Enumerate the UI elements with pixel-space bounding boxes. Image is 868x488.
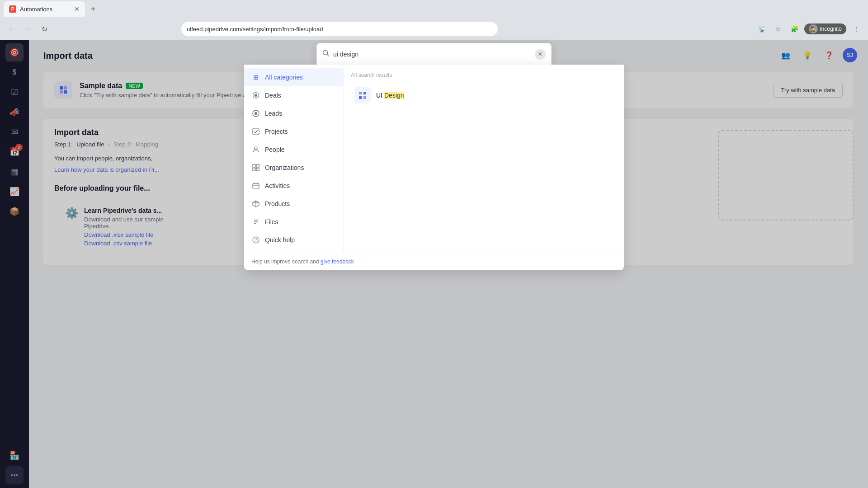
cast-button[interactable]: 📡 — [755, 23, 768, 35]
search-clear-button[interactable]: × — [535, 49, 546, 60]
result-item-name: UI Design — [376, 92, 404, 99]
new-tab-button[interactable]: + — [87, 3, 99, 15]
result-highlight: Design — [384, 92, 404, 99]
browser-actions: 📡 ☆ 🧩 🕵 Incognito ⋮ — [755, 23, 863, 35]
category-organizations[interactable]: Organizations — [244, 159, 343, 177]
category-leads-label: Leads — [265, 110, 282, 117]
svg-text:?: ? — [255, 238, 258, 243]
people-icon — [251, 145, 260, 154]
tab-title: Automations — [20, 6, 52, 13]
back-button[interactable]: ← — [5, 23, 18, 35]
url-text: uifeed.pipedrive.com/settings/import/fro… — [187, 26, 323, 33]
address-bar: ← → ↻ uifeed.pipedrive.com/settings/impo… — [0, 18, 868, 40]
category-all[interactable]: ⊞ All categories — [244, 68, 343, 86]
category-people-label: People — [265, 146, 285, 153]
incognito-badge: 🕵 Incognito — [804, 23, 846, 34]
menu-button[interactable]: ⋮ — [850, 23, 863, 35]
search-categories: ⊞ All categories Deals — [244, 65, 344, 253]
quickhelp-icon: ? — [251, 235, 260, 244]
leads-icon — [251, 109, 260, 118]
svg-rect-15 — [256, 168, 259, 171]
search-dropdown: ⊞ All categories Deals — [244, 65, 624, 270]
feedback-link[interactable]: give feedback — [321, 258, 354, 265]
category-activities[interactable]: Activities — [244, 177, 343, 195]
search-footer: Help us improve search and give feedback — [244, 253, 624, 270]
category-deals-label: Deals — [265, 92, 281, 99]
products-icon — [251, 199, 260, 208]
category-leads[interactable]: Leads — [244, 104, 343, 122]
tab-close-button[interactable]: ✕ — [74, 5, 80, 13]
category-quickhelp[interactable]: ? Quick help — [244, 231, 343, 249]
category-products-label: Products — [265, 200, 290, 207]
category-files[interactable]: Files — [244, 213, 343, 231]
search-dropdown-body: ⊞ All categories Deals — [244, 65, 624, 253]
category-all-label: All categories — [265, 74, 303, 81]
svg-point-9 — [255, 112, 257, 115]
result-item-uidesign[interactable]: UI Design — [351, 84, 617, 107]
all-categories-icon: ⊞ — [251, 73, 260, 82]
category-files-label: Files — [265, 218, 278, 225]
svg-rect-12 — [253, 164, 255, 167]
footer-text: Help us improve search and — [251, 258, 321, 265]
deals-icon — [251, 91, 260, 100]
incognito-label: Incognito — [820, 26, 842, 32]
extension-button[interactable]: 🧩 — [788, 23, 801, 35]
url-bar[interactable]: uifeed.pipedrive.com/settings/import/fro… — [181, 22, 498, 36]
category-people[interactable]: People — [244, 141, 343, 159]
search-input-wrapper: × — [316, 43, 552, 65]
active-tab[interactable]: P Automations ✕ — [4, 1, 85, 17]
svg-rect-13 — [256, 164, 259, 167]
category-organizations-label: Organizations — [265, 164, 304, 171]
svg-rect-16 — [253, 183, 259, 189]
tab-favicon: P — [9, 5, 16, 13]
incognito-icon: 🕵 — [809, 24, 818, 33]
category-projects[interactable]: Projects — [244, 122, 343, 141]
svg-point-11 — [255, 147, 257, 150]
reload-button[interactable]: ↻ — [38, 23, 51, 35]
svg-rect-10 — [253, 128, 259, 135]
svg-line-5 — [327, 54, 329, 56]
bookmark-button[interactable]: ☆ — [772, 23, 784, 35]
activities-icon — [251, 181, 260, 190]
organizations-icon — [251, 163, 260, 172]
search-bar-container: × — [316, 43, 552, 65]
category-products[interactable]: Products — [244, 195, 343, 213]
results-title: All search results — [351, 72, 617, 78]
category-projects-label: Projects — [265, 128, 288, 135]
files-icon — [251, 217, 260, 226]
search-dropdown-inner: ⊞ All categories Deals — [244, 65, 624, 270]
forward-button[interactable]: → — [22, 23, 34, 35]
category-deals[interactable]: Deals — [244, 86, 343, 104]
tab-bar: P Automations ✕ + — [0, 0, 868, 18]
search-results: All search results UI Design — [344, 65, 624, 253]
projects-icon — [251, 127, 260, 136]
category-activities-label: Activities — [265, 182, 290, 189]
browser-chrome: P Automations ✕ + ← → ↻ uifeed.pipedrive… — [0, 0, 868, 40]
category-quickhelp-label: Quick help — [265, 236, 295, 244]
search-icon — [322, 50, 330, 59]
search-input[interactable] — [333, 51, 535, 58]
svg-rect-14 — [253, 168, 255, 171]
result-item-icon — [354, 87, 371, 103]
svg-point-7 — [255, 94, 257, 97]
